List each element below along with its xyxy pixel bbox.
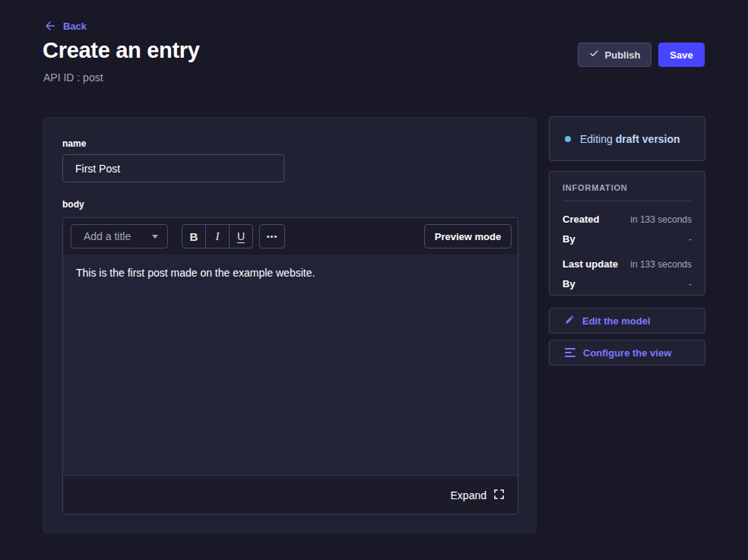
configure-view-button[interactable]: Configure the view bbox=[549, 340, 705, 365]
body-field-label: body bbox=[62, 199, 84, 210]
info-value: in 133 seconds bbox=[630, 214, 692, 225]
check-icon bbox=[589, 49, 599, 61]
info-value: in 133 seconds bbox=[630, 259, 692, 270]
bold-button[interactable]: B bbox=[182, 225, 205, 248]
draft-status-box: Editingdraft version bbox=[549, 116, 705, 161]
configure-view-label: Configure the view bbox=[583, 347, 671, 359]
draft-status-text: Editingdraft version bbox=[580, 133, 680, 145]
entry-form-card: name body Add a title B I U ••• Preview … bbox=[43, 117, 537, 533]
info-row-created-by: By - bbox=[563, 233, 692, 245]
expand-button[interactable]: Expand bbox=[451, 489, 504, 501]
info-label: By bbox=[563, 233, 575, 245]
info-value: - bbox=[689, 279, 692, 289]
divider bbox=[563, 201, 692, 201]
publish-button[interactable]: Publish bbox=[578, 43, 651, 67]
underline-button[interactable]: U bbox=[229, 225, 252, 248]
create-entry-page: Back Create an entry API ID : post Publi… bbox=[0, 0, 748, 560]
info-label: Last update bbox=[563, 258, 618, 270]
pencil-icon bbox=[565, 314, 575, 327]
name-field-label: name bbox=[62, 138, 86, 149]
back-label: Back bbox=[63, 21, 87, 32]
status-emphasis: draft version bbox=[616, 133, 680, 145]
more-options-button[interactable]: ••• bbox=[259, 224, 285, 248]
edit-model-label: Edit the model bbox=[582, 315, 651, 327]
info-row-last-update: Last update in 133 seconds bbox=[563, 258, 692, 270]
info-label: Created bbox=[563, 214, 599, 225]
expand-icon bbox=[494, 489, 504, 501]
status-prefix: Editing bbox=[580, 133, 613, 145]
save-button[interactable]: Save bbox=[658, 43, 705, 67]
arrow-left-icon bbox=[43, 19, 57, 33]
api-id-subtitle: API ID : post bbox=[43, 71, 103, 84]
preview-mode-button[interactable]: Preview mode bbox=[424, 224, 512, 248]
info-value: - bbox=[689, 234, 692, 245]
information-panel: INFORMATION Created in 133 seconds By - … bbox=[549, 171, 705, 296]
information-title: INFORMATION bbox=[563, 183, 692, 192]
rich-text-editor: Add a title B I U ••• Preview mode This … bbox=[62, 217, 518, 514]
title-style-select[interactable]: Add a title bbox=[71, 224, 168, 248]
editor-toolbar: Add a title B I U ••• Preview mode bbox=[63, 218, 518, 255]
editor-footer: Expand bbox=[63, 475, 518, 514]
info-row-created: Created in 133 seconds bbox=[563, 214, 692, 225]
edit-model-button[interactable]: Edit the model bbox=[549, 308, 705, 334]
italic-button[interactable]: I bbox=[205, 225, 229, 248]
title-style-value: Add a title bbox=[84, 230, 131, 242]
publish-label: Publish bbox=[605, 49, 641, 61]
info-row-updated-by: By - bbox=[563, 278, 692, 289]
draft-dot-icon bbox=[565, 136, 571, 142]
body-textarea[interactable]: This is the first post made on the examp… bbox=[63, 255, 518, 475]
body-text: This is the first post made on the examp… bbox=[76, 267, 315, 279]
chevron-down-icon bbox=[152, 235, 158, 239]
name-input[interactable] bbox=[62, 154, 284, 182]
info-label: By bbox=[563, 278, 575, 289]
page-title: Create an entry bbox=[43, 38, 200, 63]
expand-label: Expand bbox=[451, 489, 487, 501]
layout-bars-icon bbox=[565, 348, 575, 357]
text-format-group: B I U bbox=[182, 224, 253, 248]
back-link[interactable]: Back bbox=[43, 19, 87, 33]
